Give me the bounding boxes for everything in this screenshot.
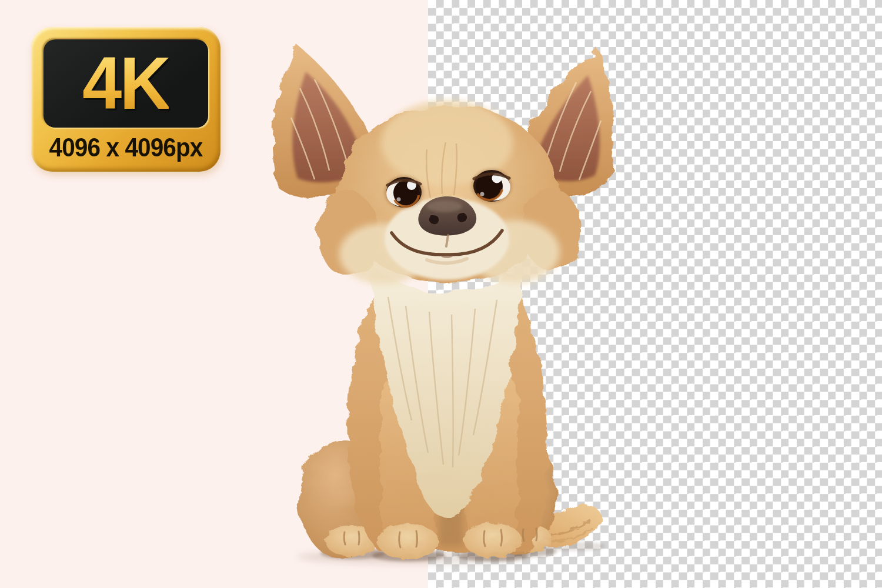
4k-label: 4K: [83, 46, 169, 121]
right-front-paw: [464, 523, 522, 558]
right-eye: [472, 169, 512, 203]
left-eye: [385, 176, 423, 209]
left-front-paw: [377, 524, 439, 559]
resolution-label: 4096 x 4096px: [41, 134, 211, 161]
4k-badge: 4K 4096 x 4096px: [31, 27, 220, 172]
4k-badge-screen: 4K: [44, 39, 208, 128]
